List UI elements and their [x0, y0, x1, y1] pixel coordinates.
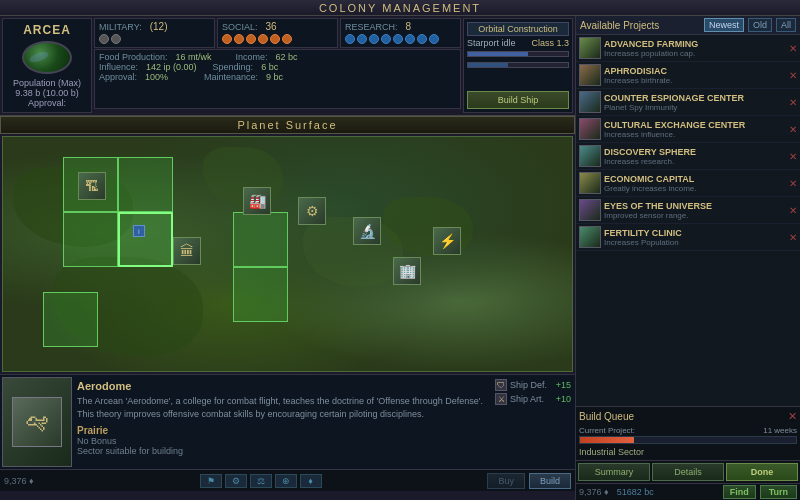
map-building-7[interactable]: 🏛: [173, 237, 201, 265]
map-cell-3[interactable]: [63, 212, 118, 267]
summary-button[interactable]: Summary: [578, 463, 650, 481]
icon-btn-2[interactable]: ⚙: [225, 474, 247, 488]
building-thumbnail: 🛩: [2, 377, 72, 467]
map-cell-2[interactable]: [118, 157, 173, 212]
ship-art-label: Ship Art.: [510, 394, 544, 404]
ship-def-icon: 🛡: [495, 379, 507, 391]
stats-panel: Military: (12) Social: 36: [94, 18, 461, 113]
project-info-1: AphrodisiacIncreases birthrate.: [604, 66, 786, 85]
project-remove-5[interactable]: ✕: [789, 178, 797, 189]
window-title: Colony Management: [319, 2, 481, 14]
map-building-1[interactable]: 🏗: [78, 172, 106, 200]
map-cell-7[interactable]: [43, 292, 98, 347]
projects-list: Advanced FarmingIncreases population cap…: [576, 35, 800, 406]
res-icon-3: [369, 34, 379, 44]
project-item-2[interactable]: Counter Espionage CenterPlanet Spy Immun…: [576, 89, 800, 116]
status-coords: 9,376 ♦: [579, 487, 609, 497]
mil-icon-1: [99, 34, 109, 44]
project-thumb-3: [579, 118, 601, 140]
project-remove-2[interactable]: ✕: [789, 97, 797, 108]
project-thumb-6: [579, 199, 601, 221]
res-icon-1: [345, 34, 355, 44]
terrain-bonus: No Bonus: [77, 436, 488, 446]
map-cell-selected[interactable]: [118, 212, 173, 267]
icon-btn-5[interactable]: ♦: [300, 474, 322, 488]
map-cell-5[interactable]: [233, 212, 288, 267]
project-thumb-5: [579, 172, 601, 194]
research-value: 8: [406, 21, 412, 32]
terrain-desc: Sector suitable for building: [77, 446, 488, 456]
spending-value: 6 bc: [261, 62, 278, 72]
icon-btn-3[interactable]: ⚖: [250, 474, 272, 488]
map-building-6[interactable]: ⚡: [433, 227, 461, 255]
find-button[interactable]: Find: [723, 485, 756, 499]
project-remove-3[interactable]: ✕: [789, 124, 797, 135]
building-stats: 🛡 Ship Def. +15 ⚔ Ship Art. +10: [493, 377, 573, 467]
project-desc-2: Planet Spy Immunity: [604, 103, 786, 112]
map-building-2[interactable]: 🏭: [243, 187, 271, 215]
icon-btn-4[interactable]: ⊕: [275, 474, 297, 488]
surface-area: 🏗 🏭 ⚙ 🔬 🏢 ⚡ 🏛 i: [0, 134, 575, 374]
build-ship-button[interactable]: Build Ship: [467, 91, 569, 109]
project-remove-0[interactable]: ✕: [789, 43, 797, 54]
map-container[interactable]: 🏗 🏭 ⚙ 🔬 🏢 ⚡ 🏛 i: [2, 136, 573, 372]
project-name-1: Aphrodisiac: [604, 66, 786, 76]
planet-class: Class 1.3: [531, 38, 569, 48]
map-cell-6[interactable]: [233, 267, 288, 322]
orbital-bar-fill: [468, 52, 528, 56]
income-label: Income:: [236, 52, 268, 62]
project-item-6[interactable]: Eyes of the UniverseImproved sensor rang…: [576, 197, 800, 224]
ship-art-value: +10: [556, 394, 571, 404]
build-button[interactable]: Build: [529, 473, 571, 489]
filter-old[interactable]: Old: [748, 18, 772, 32]
project-desc-6: Improved sensor range.: [604, 211, 786, 220]
project-item-1[interactable]: AphrodisiacIncreases birthrate.✕: [576, 62, 800, 89]
research-stat: Research: 8: [340, 18, 461, 48]
queue-header: Build Queue ✕: [579, 410, 797, 423]
queue-close[interactable]: ✕: [788, 410, 797, 423]
income-value: 62 bc: [276, 52, 298, 62]
progress-weeks: 11 weeks: [763, 426, 797, 435]
project-name-0: Advanced Farming: [604, 39, 786, 49]
ship-def-value: +15: [556, 380, 571, 390]
project-item-7[interactable]: Fertility ClinicIncreases Population✕: [576, 224, 800, 251]
project-name-5: Economic Capital: [604, 174, 786, 184]
left-panel: ARCEA Population (Max) 9.38 b (10.00 b) …: [0, 16, 575, 500]
buy-button[interactable]: Buy: [487, 473, 525, 489]
filter-newest[interactable]: Newest: [704, 18, 744, 32]
project-remove-6[interactable]: ✕: [789, 205, 797, 216]
right-panel: Available Projects Newest Old All Advanc…: [575, 16, 800, 500]
project-remove-4[interactable]: ✕: [789, 151, 797, 162]
stat-row-2: Food Production: 16 mt/wk Income: 62 bc …: [94, 49, 461, 109]
planet-name: ARCEA: [23, 23, 71, 37]
map-building-5[interactable]: 🏢: [393, 257, 421, 285]
res-icon-8: [429, 34, 439, 44]
project-name-7: Fertility Clinic: [604, 228, 786, 238]
project-item-3[interactable]: Cultural Exchange CenterIncreases influe…: [576, 116, 800, 143]
influence-label: Influence:: [99, 62, 138, 72]
food-value: 16 mt/wk: [176, 52, 212, 62]
res-icon-5: [393, 34, 403, 44]
project-remove-7[interactable]: ✕: [789, 232, 797, 243]
project-item-0[interactable]: Advanced FarmingIncreases population cap…: [576, 35, 800, 62]
map-building-4[interactable]: 🔬: [353, 217, 381, 245]
project-thumb-2: [579, 91, 601, 113]
project-item-5[interactable]: Economic CapitalGreatly increases income…: [576, 170, 800, 197]
project-item-4[interactable]: Discovery SphereIncreases research.✕: [576, 143, 800, 170]
project-remove-1[interactable]: ✕: [789, 70, 797, 81]
building-text: The Arcean 'Aerodome', a college for com…: [77, 395, 488, 420]
res-icon-7: [417, 34, 427, 44]
icon-btn-1[interactable]: ⚑: [200, 474, 222, 488]
res-icon-4: [381, 34, 391, 44]
building-thumb-icon: 🛩: [12, 397, 62, 447]
details-button[interactable]: Details: [652, 463, 724, 481]
top-info: ARCEA Population (Max) 9.38 b (10.00 b) …: [0, 16, 575, 116]
maintenance-label: Maintenance:: [204, 72, 258, 82]
social-label: Social:: [222, 22, 258, 32]
turn-button[interactable]: Turn: [760, 485, 797, 499]
map-building-3[interactable]: ⚙: [298, 197, 326, 225]
done-button[interactable]: Done: [726, 463, 798, 481]
map-action-buttons: 9,376 ♦ ⚑ ⚙ ⚖ ⊕ ♦ Buy Build: [0, 469, 575, 491]
orbital-title: Orbital Construction: [467, 22, 569, 36]
filter-all[interactable]: All: [776, 18, 796, 32]
